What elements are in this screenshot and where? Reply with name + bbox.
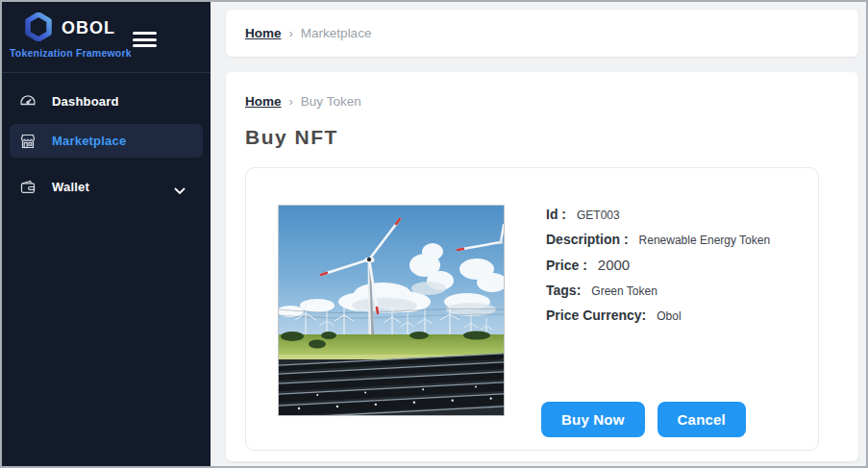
nft-details: Id : GET003 Description : Renewable Ener… (546, 207, 770, 333)
detail-label: Price Currency: (546, 308, 646, 323)
brand-name: OBOL (62, 18, 115, 38)
breadcrumb-current: Buy Token (301, 94, 361, 109)
hamburger-menu-icon[interactable] (133, 32, 157, 47)
detail-value: Obol (657, 309, 681, 323)
wallet-icon (19, 178, 37, 195)
detail-value: 2000 (598, 257, 630, 273)
sidebar-item-wallet[interactable]: Wallet (10, 173, 203, 200)
obol-logo-icon (25, 12, 52, 45)
storefront-icon (19, 133, 37, 150)
breadcrumb-home-link[interactable]: Home (245, 26, 282, 40)
sidebar-header: OBOL Tokenization Framework (2, 2, 211, 73)
action-buttons: Buy Now Cancel (541, 402, 746, 437)
nft-image (278, 205, 505, 416)
detail-row-id: Id : GET003 (546, 207, 770, 222)
dashboard-gauge-icon (19, 92, 37, 110)
nft-detail-card: Id : GET003 Description : Renewable Ener… (245, 167, 819, 451)
detail-row-price-currency: Price Currency: Obol (546, 308, 770, 323)
main-content: Home › Marketplace Home › Buy Token Buy … (211, 2, 866, 466)
topbar-breadcrumb-card: Home › Marketplace (226, 10, 858, 57)
sidebar-item-label: Marketplace (52, 134, 126, 148)
buy-token-card: Home › Buy Token Buy NFT (226, 72, 858, 461)
sidebar-item-marketplace[interactable]: Marketplace (10, 124, 203, 158)
detail-label: Price : (546, 258, 587, 273)
sidebar: OBOL Tokenization Framework Dashboard (2, 2, 211, 466)
breadcrumb-home-link[interactable]: Home (245, 94, 282, 109)
detail-label: Tags: (546, 283, 581, 298)
detail-row-price: Price : 2000 (546, 257, 770, 273)
detail-value: GET003 (577, 209, 620, 222)
detail-label: Id : (546, 207, 566, 222)
detail-value: Green Token (591, 284, 657, 298)
detail-row-tags: Tags: Green Token (546, 283, 770, 298)
buy-now-button[interactable]: Buy Now (541, 402, 645, 437)
detail-row-description: Description : Renewable Energy Token (546, 232, 770, 247)
page-title: Buy NFT (245, 126, 338, 149)
sidebar-item-label: Wallet (52, 180, 89, 194)
breadcrumb: Home › Buy Token (226, 72, 858, 109)
breadcrumb-separator: › (289, 94, 293, 109)
chevron-down-icon (174, 182, 186, 199)
breadcrumb: Home › Marketplace (226, 10, 858, 40)
sidebar-nav: Dashboard Marketplace (2, 74, 211, 206)
breadcrumb-current: Marketplace (301, 26, 372, 40)
app-window: OBOL Tokenization Framework Dashboard (0, 0, 868, 468)
cancel-button[interactable]: Cancel (657, 402, 746, 437)
detail-label: Description : (546, 232, 629, 247)
sidebar-item-label: Dashboard (52, 94, 119, 109)
sidebar-item-dashboard[interactable]: Dashboard (10, 87, 203, 114)
breadcrumb-separator: › (289, 26, 293, 40)
detail-value: Renewable Energy Token (639, 234, 771, 247)
brand-subtitle: Tokenization Framework (10, 47, 132, 59)
